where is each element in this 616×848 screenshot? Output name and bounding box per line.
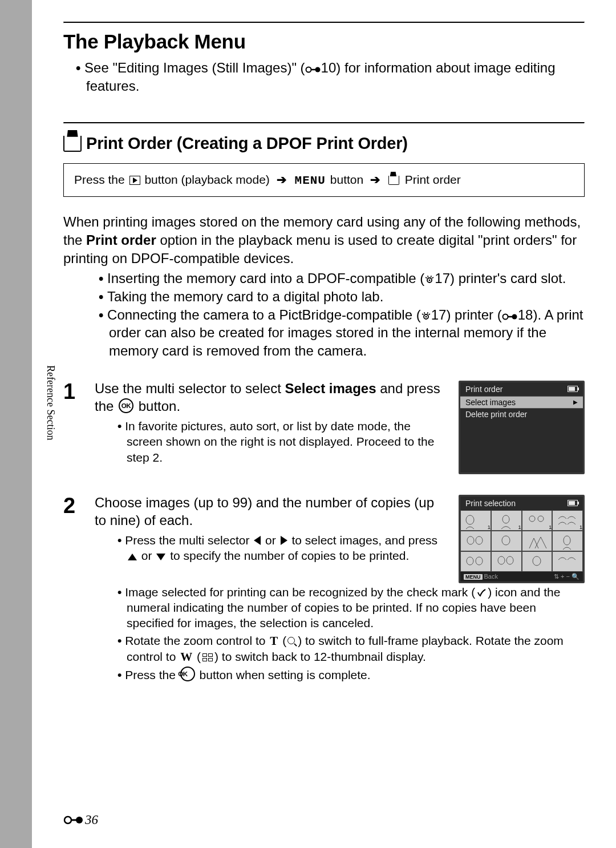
note-text: Rotate the zoom control to bbox=[125, 634, 269, 647]
battery-icon bbox=[568, 500, 578, 506]
lcd-body-empty bbox=[460, 420, 583, 473]
svg-point-15 bbox=[476, 536, 483, 544]
step-2-note-3: Rotate the zoom control to T () to switc… bbox=[117, 633, 585, 665]
step-1-note: In favorite pictures, auto sort, or list… bbox=[117, 418, 448, 465]
svg-point-19 bbox=[476, 557, 483, 565]
checkmark-icon bbox=[476, 588, 487, 598]
up-arrow-icon bbox=[128, 554, 137, 560]
battery-icon bbox=[568, 386, 578, 392]
arrows-icon: ⇅ bbox=[554, 573, 559, 580]
svg-point-18 bbox=[467, 557, 473, 565]
print-order-icon-small bbox=[388, 176, 399, 185]
crossref-icon bbox=[63, 814, 84, 826]
page: Reference Section The Playback Menu See … bbox=[32, 0, 616, 848]
bullet-ref: 18 bbox=[518, 307, 533, 322]
note-text: ( bbox=[193, 650, 201, 663]
lcd-foot-left: MENUBack bbox=[464, 573, 498, 580]
thumb-cell: 1 bbox=[522, 510, 553, 531]
note-text: to select images, and press bbox=[289, 534, 437, 547]
bullet-text: Inserting the memory card into a DPOF-co… bbox=[107, 270, 424, 286]
step-2-notes: Press the multi selector or to select im… bbox=[95, 532, 448, 564]
lcd-title: Print order bbox=[465, 385, 502, 394]
step-2-note-4: Press the button when setting is complet… bbox=[117, 667, 585, 683]
section-heading: Print Order (Creating a DPOF Print Order… bbox=[63, 134, 585, 153]
intro-bullet: See "Editing Images (Still Images)" (10)… bbox=[76, 59, 585, 95]
svg-point-17 bbox=[564, 536, 570, 545]
svg-point-11 bbox=[502, 515, 509, 523]
page-number-text: 36 bbox=[85, 813, 98, 827]
note-text: ( bbox=[279, 634, 286, 647]
crossref-icon bbox=[305, 65, 321, 74]
body-bullet-list: Inserting the memory card into a DPOF-co… bbox=[76, 269, 585, 360]
settings-ref-icon bbox=[424, 274, 435, 285]
left-arrow-icon bbox=[254, 536, 261, 545]
note-text: Press the multi selector bbox=[125, 534, 253, 547]
step-2-notes-cont: Image selected for printing can be recog… bbox=[95, 584, 585, 683]
step-1-title: Use the multi selector to select Select … bbox=[95, 379, 448, 415]
thumb-cell bbox=[552, 531, 583, 551]
note-text: Image selected for printing can be recog… bbox=[125, 585, 475, 599]
step-title-bold: Select images bbox=[285, 381, 376, 396]
playback-button-icon bbox=[129, 176, 140, 185]
note-text: to specify the number of copies to be pr… bbox=[167, 549, 409, 562]
svg-point-20 bbox=[498, 556, 505, 564]
thumb-cell bbox=[460, 551, 491, 572]
body-bullet-2: Taking the memory card to a digital phot… bbox=[99, 288, 585, 306]
step-number: 1 bbox=[63, 381, 83, 474]
thumb-cell bbox=[491, 551, 522, 572]
thumb-cell: 1 bbox=[552, 510, 583, 531]
note-text: or bbox=[138, 549, 155, 562]
svg-point-21 bbox=[506, 556, 513, 564]
lcd-footer: MENUBack ⇅+ −🔍 bbox=[460, 572, 583, 582]
note-text: Press the bbox=[125, 668, 179, 681]
settings-ref-icon bbox=[421, 311, 431, 321]
step-2-note-2: Image selected for printing can be recog… bbox=[117, 584, 585, 631]
nav-end: Print order bbox=[405, 173, 461, 186]
body-bullet-1: Inserting the memory card into a DPOF-co… bbox=[99, 269, 585, 288]
step-1-notes: In favorite pictures, auto sort, or list… bbox=[95, 418, 448, 465]
section-heading-text: Print Order (Creating a DPOF Print Order… bbox=[86, 134, 408, 153]
right-arrow-icon bbox=[281, 536, 287, 545]
svg-point-22 bbox=[533, 556, 541, 566]
thumbnails-icon bbox=[202, 653, 213, 662]
svg-point-7 bbox=[502, 314, 508, 319]
intro-ref-num: 10 bbox=[321, 60, 337, 75]
menu-glyph: MENU bbox=[295, 174, 326, 187]
intro-text-a: See "Editing Images (Still Images)" ( bbox=[84, 60, 305, 75]
nav-mid1: button (playback mode) bbox=[144, 173, 273, 186]
step-2-note-1: Press the multi selector or to select im… bbox=[117, 532, 448, 564]
svg-point-1 bbox=[315, 67, 320, 72]
bullet-text: Connecting the camera to a PictBridge-co… bbox=[107, 307, 421, 322]
bullet-ref: 17 bbox=[435, 270, 450, 286]
thumb-cell: 1 bbox=[460, 510, 491, 531]
chevron-right-icon: ▶ bbox=[573, 399, 578, 405]
step-2-title: Choose images (up to 99) and the number … bbox=[95, 494, 448, 529]
step-1: 1 Use the multi selector to select Selec… bbox=[63, 379, 585, 474]
w-glyph: W bbox=[180, 650, 192, 664]
lcd-header: Print selection bbox=[460, 496, 583, 510]
ok-button-icon bbox=[119, 398, 133, 413]
lcd-item-label: Select images bbox=[465, 398, 516, 407]
section-rule bbox=[63, 122, 585, 124]
margin-tab bbox=[0, 365, 32, 525]
thumb-cell bbox=[552, 551, 583, 572]
bullet-text: ) printer's card slot. bbox=[450, 270, 566, 286]
navigation-path-box: Press the button (playback mode) ➔ MENU … bbox=[63, 163, 585, 197]
arrow-icon: ➔ bbox=[277, 173, 287, 186]
bullet-text: ) printer ( bbox=[446, 307, 501, 322]
lcd-item: Delete print order bbox=[460, 409, 583, 420]
nav-mid2: button bbox=[330, 173, 367, 186]
body-bullet-3: Connecting the camera to a PictBridge-co… bbox=[99, 306, 585, 360]
lcd-item-label: Delete print order bbox=[465, 410, 527, 419]
lcd-title: Print selection bbox=[465, 499, 516, 508]
step-title-a: Use the multi selector to select bbox=[95, 381, 285, 396]
thumb-cell bbox=[460, 531, 491, 551]
lcd-foot-right: ⇅+ −🔍 bbox=[554, 573, 579, 580]
nav-prefix: Press the bbox=[74, 173, 128, 186]
svg-point-10 bbox=[466, 515, 474, 524]
top-rule bbox=[63, 22, 585, 23]
magnify-icon bbox=[287, 637, 297, 646]
svg-point-0 bbox=[306, 67, 311, 72]
lcd-back-label: Back bbox=[484, 573, 498, 580]
lcd-mock-print-order: Print order Select images ▶ Delete print… bbox=[459, 381, 585, 474]
